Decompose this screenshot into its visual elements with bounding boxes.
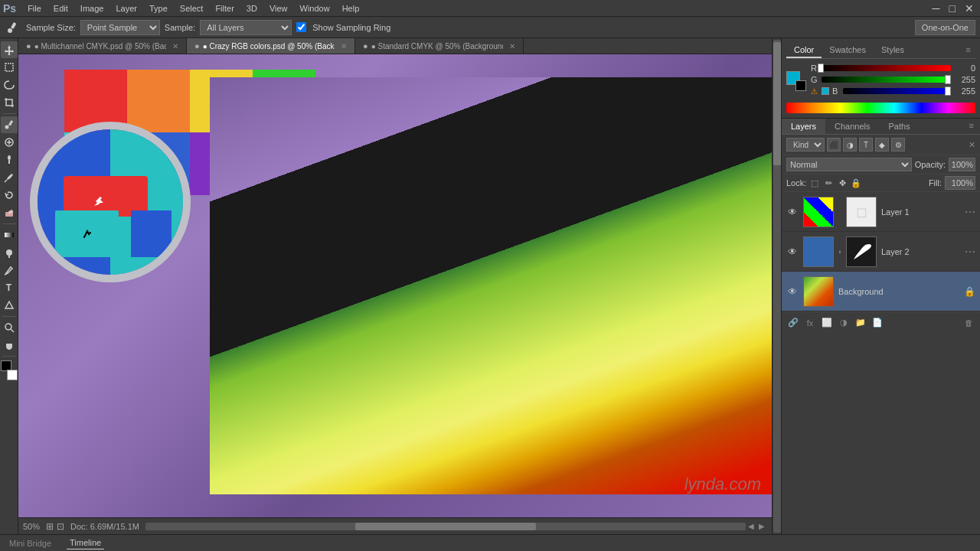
layer-2-more[interactable]: ⋯ xyxy=(965,246,975,258)
eyedropper-tool[interactable] xyxy=(1,116,18,133)
add-group-btn[interactable]: 📁 xyxy=(854,316,867,330)
maximize-btn[interactable]: □ xyxy=(946,2,959,15)
layer-1-visibility-toggle[interactable]: 👁 xyxy=(786,206,799,218)
layer-1-more[interactable]: ⋯ xyxy=(965,206,975,218)
hand-tool[interactable] xyxy=(1,337,18,354)
scroll-right-btn[interactable]: ▶ xyxy=(756,522,767,530)
add-mask-btn[interactable]: ⬜ xyxy=(820,316,834,330)
menu-view[interactable]: View xyxy=(264,2,293,15)
fill-input[interactable] xyxy=(945,176,975,190)
heal-tool[interactable] xyxy=(1,134,18,151)
scroll-left-btn[interactable]: ◀ xyxy=(746,522,756,530)
tab-layers[interactable]: Layers xyxy=(782,119,825,134)
tab-timeline[interactable]: Timeline xyxy=(67,536,104,549)
vertical-scrollbar[interactable] xyxy=(772,38,781,534)
layer-item-2[interactable]: 👁 Layer 2 ⋯ xyxy=(782,232,980,272)
color-panel-menu[interactable]: ≡ xyxy=(962,43,975,58)
lock-all-btn[interactable]: 🔒 xyxy=(851,178,861,188)
add-adjustment-btn[interactable]: ◑ xyxy=(837,316,851,330)
add-layer-btn[interactable]: 📄 xyxy=(871,316,884,330)
blue-label: B xyxy=(832,86,840,96)
close-btn[interactable]: ✕ xyxy=(962,2,977,15)
text-tool[interactable]: T xyxy=(1,279,18,296)
green-slider[interactable] xyxy=(822,77,951,83)
background-visibility-toggle[interactable]: 👁 xyxy=(786,285,799,298)
brush-tool[interactable] xyxy=(1,152,18,168)
layer-item-background[interactable]: 👁 Background 🔒 xyxy=(782,272,980,311)
opacity-input[interactable] xyxy=(949,158,975,171)
layer-filter-shape[interactable]: ◆ xyxy=(875,138,889,152)
tab-close-0[interactable]: ✕ xyxy=(172,42,178,51)
shape-tool[interactable] xyxy=(1,297,18,314)
layers-panel-menu[interactable]: ≡ xyxy=(963,119,980,134)
color-panel: Color Swatches Styles ≡ R xyxy=(782,38,980,119)
menu-filter[interactable]: Filter xyxy=(210,2,239,15)
layer-2-visibility-toggle[interactable]: 👁 xyxy=(786,246,799,258)
eyedropper-tool-icon[interactable] xyxy=(5,19,21,36)
menu-file[interactable]: File xyxy=(22,2,47,15)
pen-tool[interactable] xyxy=(1,262,18,279)
tab-paths[interactable]: Paths xyxy=(880,119,920,134)
menu-help[interactable]: Help xyxy=(337,2,365,15)
foreground-background-colors[interactable] xyxy=(786,71,806,91)
layers-toolbar: Kind ⬛ ◑ T ◆ ⚙ ✕ xyxy=(782,135,980,155)
menu-layer[interactable]: Layer xyxy=(110,2,142,15)
color-gradient-bar[interactable] xyxy=(786,103,975,113)
layer-filter-type[interactable]: T xyxy=(859,138,873,152)
delete-layer-btn[interactable]: 🗑 xyxy=(962,316,975,330)
move-tool[interactable] xyxy=(1,41,18,58)
layer-filter-smart[interactable]: ⚙ xyxy=(891,138,905,152)
stamp-tool[interactable] xyxy=(1,169,18,186)
show-sampling-ring-checkbox[interactable] xyxy=(296,22,306,32)
minimize-btn[interactable]: ─ xyxy=(929,2,943,15)
sample-select[interactable]: All Layers Current Layer xyxy=(200,20,292,35)
lock-transparent-btn[interactable]: ⬚ xyxy=(809,178,820,188)
menu-window[interactable]: Window xyxy=(295,2,335,15)
tab-mini-bridge[interactable]: Mini Bridge xyxy=(6,537,54,549)
layer-link-btn[interactable]: 🔗 xyxy=(786,316,800,330)
lock-position-btn[interactable]: ✥ xyxy=(837,178,848,188)
layer-filter-pixel[interactable]: ⬛ xyxy=(827,138,841,152)
svg-point-10 xyxy=(8,155,11,160)
red-value: 0 xyxy=(954,64,975,73)
tab-standard-cmyk[interactable]: ● ● Standard CMYK @ 50% (Background, CMY… xyxy=(355,38,524,54)
layer-filter-adjust[interactable]: ◑ xyxy=(843,138,857,152)
menu-type[interactable]: Type xyxy=(144,2,173,15)
color-picker[interactable] xyxy=(1,360,18,380)
tab-label: ● Multichannel CMYK.psd @ 50% (Backgroun… xyxy=(34,42,166,51)
dodge-tool[interactable] xyxy=(1,244,18,261)
tab-close-2[interactable]: ✕ xyxy=(509,42,515,51)
layers-filter-close-icon[interactable]: ✕ xyxy=(969,140,975,150)
one-on-one-button[interactable]: One-on-One xyxy=(915,20,975,35)
tab-channels[interactable]: Channels xyxy=(825,119,879,134)
history-tool[interactable] xyxy=(1,187,18,204)
tab-close-1[interactable]: ✕ xyxy=(341,42,347,51)
menu-image[interactable]: Image xyxy=(75,2,109,15)
red-slider[interactable] xyxy=(822,65,951,71)
layer-kind-filter[interactable]: Kind xyxy=(786,138,825,152)
tab-color[interactable]: Color xyxy=(786,43,822,58)
tab-crazy-rgb[interactable]: ● ● Crazy RGB colors.psd @ 50% (Backgrou… xyxy=(187,38,355,54)
canvas-viewport[interactable]: lynda.com xyxy=(18,54,772,517)
layers-panel: Layers Channels Paths ≡ Kind ⬛ ◑ T ◆ ⚙ ✕ xyxy=(782,119,980,333)
add-effect-btn[interactable]: fx xyxy=(803,316,817,330)
zoom-tool[interactable] xyxy=(1,319,18,336)
blend-mode-select[interactable]: Normal xyxy=(786,158,912,171)
menu-3d[interactable]: 3D xyxy=(241,2,263,15)
gradient-tool[interactable] xyxy=(1,227,18,243)
marquee-tool[interactable] xyxy=(1,59,18,76)
blue-slider[interactable] xyxy=(843,88,951,94)
layer-item-1[interactable]: 👁 ◻ Layer 1 ⋯ xyxy=(782,192,980,232)
svg-point-15 xyxy=(6,249,12,256)
tab-styles[interactable]: Styles xyxy=(874,43,912,58)
eraser-tool[interactable] xyxy=(1,204,18,221)
tab-multichannel[interactable]: ● ● Multichannel CMYK.psd @ 50% (Backgro… xyxy=(18,38,187,54)
menu-edit[interactable]: Edit xyxy=(48,2,74,15)
crop-tool[interactable] xyxy=(1,94,18,111)
sample-size-select[interactable]: Point Sample 3 by 3 Average 5 by 5 Avera… xyxy=(80,20,160,35)
lock-pixels-btn[interactable]: ✏ xyxy=(823,178,834,188)
menu-select[interactable]: Select xyxy=(175,2,209,15)
background-color-swatch[interactable] xyxy=(795,80,806,91)
tab-swatches[interactable]: Swatches xyxy=(822,43,874,58)
lasso-tool[interactable] xyxy=(1,77,18,93)
